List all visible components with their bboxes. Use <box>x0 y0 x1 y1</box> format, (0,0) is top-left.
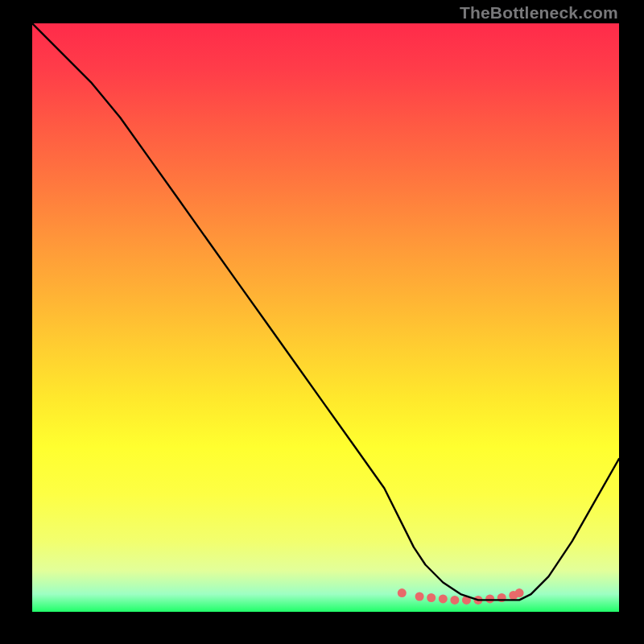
chart-frame: TheBottleneck.com <box>0 0 644 644</box>
optimal-range-dot <box>485 594 494 603</box>
plot-area <box>32 23 619 612</box>
curve-layer <box>32 23 619 612</box>
optimal-range-dot <box>515 588 524 597</box>
optimal-range-dot <box>398 588 407 597</box>
optimal-range-dot <box>439 594 448 603</box>
optimal-range-dots <box>398 588 524 605</box>
optimal-range-dot <box>415 592 424 601</box>
watermark-text: TheBottleneck.com <box>460 3 618 23</box>
optimal-range-dot <box>497 593 506 602</box>
optimal-range-dot <box>462 596 471 605</box>
optimal-range-dot <box>509 591 518 600</box>
optimal-range-dot <box>450 596 459 605</box>
optimal-range-dot <box>427 593 436 602</box>
optimal-range-dot <box>474 596 483 605</box>
bottleneck-curve <box>32 23 619 600</box>
